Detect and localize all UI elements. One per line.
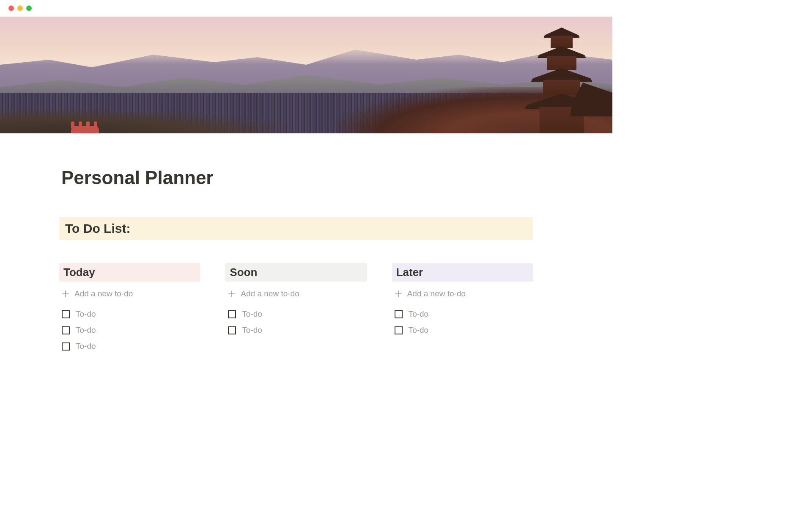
column-heading-later[interactable]: Later bbox=[392, 263, 533, 282]
todo-text: To-do bbox=[409, 309, 429, 319]
section-heading-todo[interactable]: To Do List: bbox=[59, 217, 533, 240]
cover-image[interactable] bbox=[0, 17, 612, 133]
checkbox[interactable] bbox=[395, 310, 403, 318]
checkbox[interactable] bbox=[62, 310, 70, 318]
plus-icon bbox=[62, 290, 69, 298]
add-todo-label: Add a new to-do bbox=[241, 289, 299, 298]
add-todo-soon[interactable]: Add a new to-do bbox=[225, 287, 366, 301]
todo-columns: Today Add a new to-do To-do To-do To-do bbox=[59, 263, 533, 354]
svg-rect-4 bbox=[94, 121, 97, 128]
todo-text: To-do bbox=[409, 326, 429, 335]
add-todo-later[interactable]: Add a new to-do bbox=[392, 287, 533, 301]
todo-text: To-do bbox=[242, 326, 262, 335]
todo-item[interactable]: To-do bbox=[225, 306, 366, 322]
window-maximize-button[interactable] bbox=[26, 6, 32, 11]
todo-text: To-do bbox=[76, 326, 96, 335]
calendar-icon bbox=[69, 118, 102, 133]
todo-item[interactable]: To-do bbox=[225, 322, 366, 338]
add-todo-label: Add a new to-do bbox=[74, 289, 133, 298]
svg-rect-2 bbox=[79, 121, 82, 128]
add-todo-today[interactable]: Add a new to-do bbox=[59, 287, 200, 301]
checkbox[interactable] bbox=[62, 342, 70, 351]
todo-item[interactable]: To-do bbox=[59, 322, 200, 338]
column-heading-today[interactable]: Today bbox=[59, 263, 200, 282]
plus-icon bbox=[228, 290, 236, 298]
window-chrome bbox=[0, 0, 612, 17]
page-content: Personal Planner To Do List: Today Add a… bbox=[59, 133, 533, 371]
column-later: Later Add a new to-do To-do To-do bbox=[392, 263, 533, 354]
checkbox[interactable] bbox=[395, 326, 403, 334]
column-heading-soon[interactable]: Soon bbox=[225, 263, 366, 282]
todo-text: To-do bbox=[76, 309, 96, 319]
window-close-button[interactable] bbox=[8, 6, 14, 11]
column-today: Today Add a new to-do To-do To-do To-do bbox=[59, 263, 200, 354]
todo-item[interactable]: To-do bbox=[59, 338, 200, 354]
checkbox[interactable] bbox=[228, 310, 236, 318]
svg-rect-1 bbox=[71, 121, 74, 128]
add-todo-label: Add a new to-do bbox=[407, 289, 466, 298]
page-title[interactable]: Personal Planner bbox=[59, 167, 533, 188]
checkbox[interactable] bbox=[228, 326, 236, 334]
column-soon: Soon Add a new to-do To-do To-do bbox=[225, 263, 366, 354]
checkbox[interactable] bbox=[62, 326, 70, 334]
todo-text: To-do bbox=[242, 309, 262, 319]
cover-pagoda bbox=[524, 28, 600, 133]
cover-foliage-left bbox=[0, 108, 306, 133]
svg-rect-3 bbox=[86, 121, 90, 128]
todo-text: To-do bbox=[76, 342, 96, 351]
todo-item[interactable]: To-do bbox=[392, 322, 533, 338]
window-minimize-button[interactable] bbox=[17, 6, 23, 11]
todo-item[interactable]: To-do bbox=[392, 306, 533, 322]
plus-icon bbox=[395, 290, 402, 298]
page-icon[interactable] bbox=[69, 118, 102, 133]
todo-item[interactable]: To-do bbox=[59, 306, 200, 322]
